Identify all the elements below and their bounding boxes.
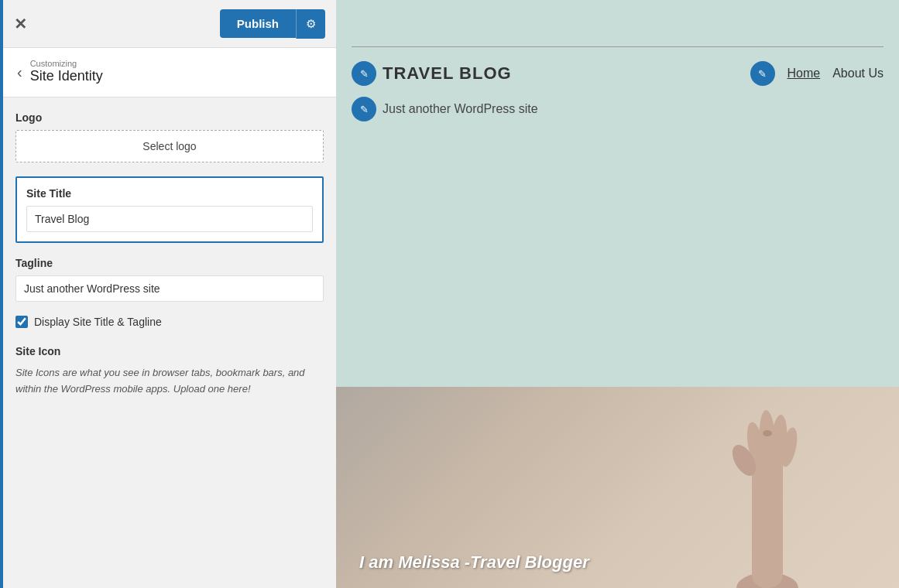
- tagline-input[interactable]: [15, 275, 324, 302]
- section-header-text: Customizing Site Identity: [30, 59, 103, 84]
- tagline-pencil-icon: ✎: [360, 104, 369, 115]
- preview-hero: I am Melissa -Travel Blogger: [336, 387, 899, 588]
- preview-site-title: TRAVEL BLOG: [383, 63, 512, 84]
- preview-tagline-area: ✎ Just another WordPress site: [336, 94, 899, 121]
- site-title-label: Site Title: [26, 187, 313, 200]
- customizer-panel: ✕ Publish ⚙ ‹ Customizing Site Identity …: [3, 0, 336, 588]
- nav-link-home[interactable]: Home: [787, 67, 821, 80]
- nav-link-about[interactable]: About Us: [832, 67, 884, 80]
- svg-point-7: [763, 430, 772, 436]
- section-header: ‹ Customizing Site Identity: [3, 48, 336, 97]
- hero-hand-image: [698, 387, 837, 588]
- site-title-group: Site Title: [15, 176, 324, 243]
- preview-panel: ✎ TRAVEL BLOG ✎ Home About Us ✎ Just ano…: [336, 0, 899, 588]
- logo-group: Logo Select logo: [15, 111, 324, 162]
- logo-label: Logo: [15, 111, 324, 124]
- pencil-icon: ✎: [360, 68, 369, 80]
- nav-pencil-icon: ✎: [758, 68, 767, 80]
- display-checkbox-label[interactable]: Display Site Title & Tagline: [34, 316, 162, 328]
- preview-tagline: Just another WordPress site: [383, 102, 538, 116]
- publish-group: Publish ⚙: [220, 9, 325, 39]
- panel-content: Logo Select logo Site Title Tagline Disp…: [3, 97, 336, 588]
- select-logo-button[interactable]: Select logo: [15, 130, 324, 162]
- customizing-label: Customizing: [30, 59, 103, 68]
- preview-nav: ✎ TRAVEL BLOG ✎ Home About Us: [336, 47, 899, 94]
- nav-edit-icon[interactable]: ✎: [750, 61, 775, 86]
- site-icon-group: Site Icon Site Icons are what you see in…: [15, 345, 324, 398]
- close-button[interactable]: ✕: [14, 16, 27, 32]
- settings-button[interactable]: ⚙: [296, 9, 325, 39]
- site-icon-description: Site Icons are what you see in browser t…: [15, 365, 324, 398]
- site-title-input[interactable]: [26, 206, 313, 232]
- preview-nav-links: ✎ Home About Us: [750, 61, 884, 86]
- tagline-group: Tagline: [15, 257, 324, 302]
- publish-button[interactable]: Publish: [220, 9, 296, 38]
- display-checkbox-group: Display Site Title & Tagline: [15, 316, 324, 328]
- preview-site-title-area: ✎ TRAVEL BLOG: [352, 61, 512, 86]
- site-title-edit-icon[interactable]: ✎: [352, 61, 376, 86]
- site-icon-heading: Site Icon: [15, 345, 324, 357]
- svg-rect-1: [752, 449, 783, 588]
- top-bar: ✕ Publish ⚙: [3, 0, 336, 48]
- back-button[interactable]: ‹: [17, 64, 22, 80]
- tagline-edit-icon[interactable]: ✎: [352, 97, 376, 121]
- section-title: Site Identity: [30, 68, 103, 84]
- hero-text: I am Melissa -Travel Blogger: [336, 537, 612, 588]
- preview-top: ✎ TRAVEL BLOG ✎ Home About Us ✎ Just ano…: [336, 0, 899, 387]
- tagline-label: Tagline: [15, 257, 324, 269]
- display-checkbox[interactable]: [15, 316, 28, 328]
